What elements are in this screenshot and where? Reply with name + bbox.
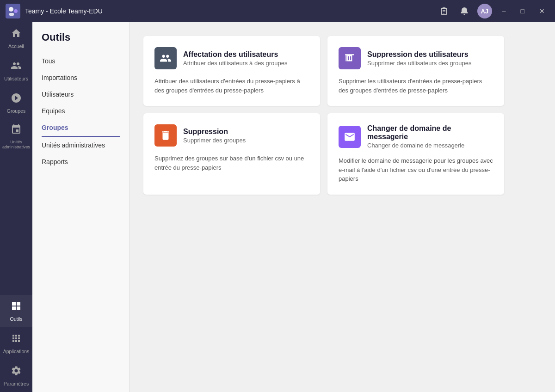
suppression-icon bbox=[154, 124, 177, 147]
sidebar-label-groupes: Groupes bbox=[7, 108, 25, 114]
card-title-suppression-users: Suppression des utilisateurs Supprimer d… bbox=[367, 50, 471, 67]
left-nav: Outils Tous Importations Utilisateurs Eq… bbox=[32, 22, 130, 392]
nav-item-utilisateurs[interactable]: Utilisateurs bbox=[32, 86, 129, 103]
card-desc-domaine: Modifier le domaine de messagerie pour l… bbox=[339, 156, 493, 184]
card-header-suppression: Suppression Supprimer des groupes bbox=[154, 124, 309, 147]
admin-units-icon bbox=[11, 124, 22, 138]
sidebar-label-applications: Applications bbox=[3, 349, 30, 354]
app-title: Teamy - Ecole Teamy-EDU bbox=[25, 7, 437, 15]
sidebar-item-utilisateurs[interactable]: Utilisateurs bbox=[0, 55, 32, 87]
clipboard-icon[interactable] bbox=[437, 4, 451, 18]
home-icon bbox=[11, 28, 22, 42]
sidebar-label-outils: Outils bbox=[10, 316, 23, 322]
cards-grid: Affectation des utilisateurs Attribuer d… bbox=[143, 36, 504, 195]
svg-point-1 bbox=[9, 7, 13, 12]
tools-icon bbox=[11, 300, 22, 314]
card-desc-suppression-users: Supprimer les utilisateurs d'entrées de … bbox=[339, 77, 493, 95]
card-title-domaine: Changer de domaine de messagerie Changer… bbox=[367, 124, 493, 149]
nav-item-unites-admin[interactable]: Unités administratives bbox=[32, 137, 129, 153]
domaine-icon bbox=[339, 126, 361, 148]
card-desc-suppression: Supprimez des groupes sur base d'un fich… bbox=[154, 154, 309, 172]
settings-icon bbox=[11, 365, 22, 379]
affectation-icon bbox=[154, 47, 177, 69]
card-title-suppression: Suppression Supprimer des groupes bbox=[183, 128, 246, 144]
suppression-users-icon bbox=[339, 47, 361, 69]
nav-item-groupes[interactable]: Groupes bbox=[42, 119, 120, 137]
card-desc-affectation: Attribuer des utilisateurs d'entrées du … bbox=[154, 77, 309, 95]
maximize-button[interactable]: □ bbox=[516, 7, 529, 15]
sidebar-item-parametres[interactable]: Paramètres bbox=[0, 360, 32, 392]
titlebar-actions: AJ – □ ✕ bbox=[437, 4, 549, 18]
sidebar-item-outils[interactable]: Outils bbox=[0, 295, 32, 327]
notification-icon[interactable] bbox=[457, 4, 472, 18]
sidebar-label-parametres: Paramètres bbox=[4, 381, 29, 386]
sidebar-item-applications[interactable]: Applications bbox=[0, 327, 32, 360]
titlebar: Teamy - Ecole Teamy-EDU AJ – □ ✕ bbox=[0, 0, 555, 22]
sidebar-item-accueil[interactable]: Accueil bbox=[0, 22, 32, 55]
nav-item-importations[interactable]: Importations bbox=[32, 69, 129, 86]
card-domaine[interactable]: Changer de domaine de messagerie Changer… bbox=[327, 113, 504, 195]
card-affectation[interactable]: Affectation des utilisateurs Attribuer d… bbox=[143, 36, 320, 106]
app-logo bbox=[6, 4, 20, 18]
sidebar-label-accueil: Accueil bbox=[8, 43, 24, 49]
card-suppression-users[interactable]: Suppression des utilisateurs Supprimer d… bbox=[327, 36, 504, 106]
svg-rect-3 bbox=[9, 13, 14, 16]
main-content: Affectation des utilisateurs Attribuer d… bbox=[130, 22, 555, 392]
svg-point-2 bbox=[14, 9, 18, 13]
svg-rect-0 bbox=[6, 4, 20, 18]
sidebar-item-groupes[interactable]: Groupes bbox=[0, 87, 32, 119]
card-header-affectation: Affectation des utilisateurs Attribuer d… bbox=[154, 47, 309, 69]
sidebar-label-utilisateurs: Utilisateurs bbox=[4, 76, 28, 81]
card-header-suppression-users: Suppression des utilisateurs Supprimer d… bbox=[339, 47, 493, 69]
users-icon bbox=[11, 60, 22, 74]
card-title-affectation: Affectation des utilisateurs Attribuer d… bbox=[183, 50, 287, 67]
sidebar: Accueil Utilisateurs Groupes Unitésadmin… bbox=[0, 22, 32, 392]
card-header-domaine: Changer de domaine de messagerie Changer… bbox=[339, 124, 493, 149]
groups-icon bbox=[11, 92, 22, 106]
content-area: Outils Tous Importations Utilisateurs Eq… bbox=[32, 22, 555, 392]
nav-item-rapports[interactable]: Rapports bbox=[32, 153, 129, 170]
user-avatar[interactable]: AJ bbox=[477, 4, 492, 18]
nav-item-tous[interactable]: Tous bbox=[32, 53, 129, 69]
section-title: Outils bbox=[32, 31, 129, 53]
nav-item-equipes[interactable]: Equipes bbox=[32, 103, 129, 119]
applications-icon bbox=[11, 333, 22, 347]
minimize-button[interactable]: – bbox=[498, 7, 511, 15]
sidebar-item-unites[interactable]: Unitésadministratives bbox=[0, 119, 32, 154]
close-button[interactable]: ✕ bbox=[535, 7, 549, 15]
sidebar-label-unites: Unitésadministratives bbox=[2, 140, 30, 150]
main-layout: Accueil Utilisateurs Groupes Unitésadmin… bbox=[0, 22, 555, 392]
card-suppression[interactable]: Suppression Supprimer des groupes Suppri… bbox=[143, 113, 320, 195]
